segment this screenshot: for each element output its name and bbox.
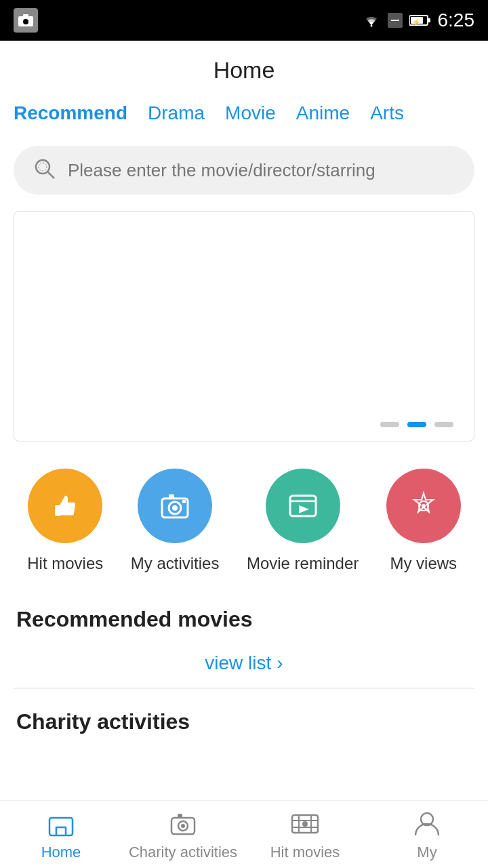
bottom-nav: Home Charity activities Hit movies My: [0, 800, 488, 868]
quick-icons: Hit movies My activities Movie reminder: [0, 441, 488, 587]
dot-2[interactable]: [407, 422, 426, 427]
my-activities-circle: [138, 469, 212, 543]
page-title: Home: [0, 41, 488, 97]
svg-marker-20: [299, 505, 309, 513]
movie-reminder-label: Movie reminder: [247, 554, 359, 573]
view-list-container: view list ›: [0, 646, 488, 688]
svg-point-3: [370, 25, 372, 27]
nav-charity-label: Charity activities: [129, 844, 237, 861]
category-tabs: Recommend Drama Movie Anime Arts: [0, 97, 488, 130]
tab-anime[interactable]: Anime: [296, 97, 350, 130]
dot-1[interactable]: [380, 422, 399, 427]
tab-drama[interactable]: Drama: [148, 97, 205, 130]
nav-hit-movies[interactable]: Hit movies: [244, 808, 366, 861]
my-activities-label: My activities: [131, 554, 220, 573]
home-nav-icon: [45, 808, 77, 840]
nav-home[interactable]: Home: [0, 808, 122, 861]
svg-point-10: [36, 160, 49, 174]
dot-3[interactable]: [434, 422, 453, 427]
search-input[interactable]: [68, 160, 455, 181]
svg-rect-2: [23, 14, 28, 17]
movie-reminder-circle: [266, 469, 340, 543]
svg-marker-21: [414, 493, 433, 512]
my-views-label: My views: [390, 554, 457, 573]
my-views-circle: [386, 469, 461, 543]
person-nav-icon: [411, 808, 443, 840]
svg-rect-7: [428, 18, 430, 22]
nav-my[interactable]: My: [366, 808, 488, 861]
tab-movie[interactable]: Movie: [225, 97, 276, 130]
svg-point-1: [23, 19, 28, 24]
svg-point-35: [302, 821, 308, 827]
svg-rect-18: [290, 496, 316, 516]
photo-icon: [14, 8, 38, 33]
svg-rect-29: [178, 814, 182, 818]
svg-rect-25: [56, 827, 66, 835]
movie-reminder-icon: [285, 488, 321, 524]
chevron-right-icon: ›: [277, 652, 283, 674]
view-list-text: view list: [205, 652, 271, 674]
quick-icon-my-activities[interactable]: My activities: [131, 469, 220, 573]
recommended-movies-title: Recommended movies: [0, 587, 488, 646]
svg-point-23: [422, 504, 426, 508]
svg-text:⚡: ⚡: [412, 18, 421, 26]
hit-movies-label: Hit movies: [27, 554, 103, 573]
nav-hit-movies-label: Hit movies: [270, 844, 340, 861]
svg-line-11: [48, 172, 54, 178]
nav-charity[interactable]: Charity activities: [122, 808, 244, 861]
svg-rect-17: [182, 500, 186, 503]
battery-icon: ⚡: [409, 14, 431, 26]
tab-arts[interactable]: Arts: [370, 97, 404, 130]
signal-icon: [388, 13, 403, 28]
svg-point-12: [39, 163, 47, 171]
quick-icon-movie-reminder[interactable]: Movie reminder: [247, 469, 359, 573]
badge-icon: [405, 488, 442, 524]
svg-rect-16: [169, 494, 174, 498]
quick-icon-my-views[interactable]: My views: [386, 469, 461, 573]
search-container: [0, 130, 488, 211]
thumbsup-icon: [47, 488, 83, 524]
camera-nav-icon: [167, 808, 199, 840]
tab-recommend[interactable]: Recommend: [14, 97, 127, 130]
svg-point-15: [172, 505, 178, 511]
time-display: 6:25: [438, 9, 475, 31]
view-list-link[interactable]: view list ›: [205, 652, 283, 674]
hit-movies-circle: [28, 469, 102, 543]
quick-icon-hit-movies[interactable]: Hit movies: [27, 469, 103, 573]
search-bar[interactable]: [14, 146, 474, 195]
svg-point-28: [181, 824, 185, 828]
banner: [14, 211, 474, 441]
search-icon: [33, 157, 57, 184]
wifi-icon: [362, 13, 381, 28]
status-right: ⚡ 6:25: [362, 9, 475, 31]
status-bar: ⚡ 6:25: [0, 0, 488, 41]
status-left: [14, 8, 38, 33]
charity-activities-title: Charity activities: [0, 689, 488, 748]
film-nav-icon: [289, 808, 321, 840]
nav-my-label: My: [417, 844, 436, 861]
banner-dots: [380, 422, 453, 427]
camera-icon: [157, 488, 193, 524]
nav-home-label: Home: [41, 844, 81, 861]
